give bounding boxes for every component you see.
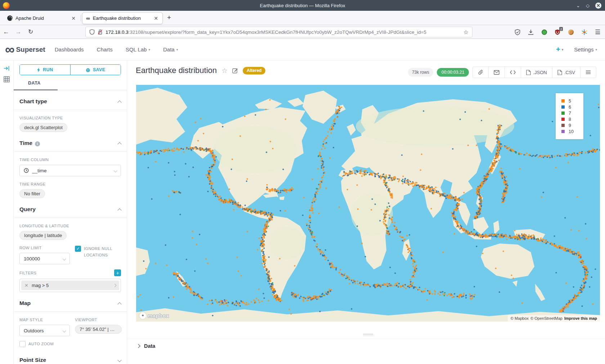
downloads-icon[interactable] (528, 29, 534, 35)
snowflake-extension-icon[interactable] (581, 29, 587, 35)
back-icon[interactable]: ← (0, 28, 12, 36)
legend-item[interactable]: 10 (561, 128, 581, 135)
legend-item[interactable]: 5 (561, 98, 581, 104)
filter-chip[interactable]: ✕ mag > 5 (21, 281, 119, 290)
mapbox-logo[interactable]: ✦ mapbox (139, 312, 169, 319)
time-range-label: TIME RANGE (19, 182, 121, 186)
menu-icon[interactable]: ☰ (594, 29, 601, 35)
legend-item[interactable]: 8 (561, 116, 581, 122)
resize-handle[interactable] (363, 334, 373, 337)
forward-icon[interactable]: → (12, 28, 24, 36)
legend-item[interactable]: 9 (561, 122, 581, 128)
embed-code-button[interactable] (505, 67, 521, 78)
cookie-extension-icon[interactable] (568, 29, 574, 35)
improve-map-link[interactable]: Improve this map (564, 316, 597, 320)
new-item-button[interactable]: +▾ (556, 45, 563, 54)
more-options-button[interactable] (580, 67, 596, 78)
ublock-icon[interactable]: 2 (554, 29, 561, 35)
green-extension-icon[interactable] (541, 29, 547, 35)
nav-item-charts[interactable]: Charts (97, 46, 113, 53)
section-point-size[interactable]: Point Size (19, 357, 121, 363)
chevron-down-icon (114, 169, 117, 172)
lonlat-value[interactable]: longitude | latitude (19, 231, 67, 240)
url-path: :32108/superset/explore/?form_data_key=1… (129, 29, 426, 35)
collapse-panel-icon[interactable] (4, 65, 10, 71)
new-tab-button[interactable]: + (167, 14, 171, 22)
filters-box: ✕ mag > 5 (19, 279, 121, 292)
maximize-icon[interactable]: ◇ (586, 3, 590, 8)
firefox-logo-icon (3, 2, 10, 9)
insecure-lock-icon[interactable] (98, 29, 103, 35)
attribution-osm[interactable]: © OpenStreetMap (530, 316, 563, 320)
reload-icon[interactable]: ↻ (24, 28, 37, 36)
earthquake-dots-layer (136, 85, 600, 322)
export-toolbar: .JSON x .CSV (472, 67, 596, 78)
save-button[interactable]: ⊕ SAVE (70, 65, 121, 75)
viz-type-value[interactable]: deck.gl Scatterplot (19, 123, 67, 132)
favorite-star-icon[interactable]: ☆ (221, 67, 228, 75)
time-range-value[interactable]: No filter (19, 189, 45, 198)
settings-menu[interactable]: Settings▾ (574, 46, 597, 53)
nav-item-data[interactable]: Data▾ (163, 46, 178, 53)
export-csv-button[interactable]: x .CSV (552, 67, 580, 78)
tab-close-icon[interactable]: ✕ (153, 15, 159, 21)
superset-logo[interactable]: ∞ Superset (5, 44, 45, 55)
tab-close-icon[interactable]: ✕ (71, 15, 76, 21)
chevron-right-icon[interactable] (113, 284, 117, 287)
legend-swatch (561, 130, 565, 133)
section-chart-type[interactable]: Chart type (19, 98, 121, 105)
legend-swatch (561, 124, 565, 127)
attribution-mapbox[interactable]: © Mapbox (511, 316, 529, 320)
bookmark-star-icon[interactable]: ☆ (463, 29, 469, 36)
section-map[interactable]: Map (19, 300, 121, 306)
checkbox-checked-icon[interactable]: ✓ (75, 246, 81, 252)
protections-shield-icon[interactable] (514, 29, 521, 35)
email-button[interactable] (488, 67, 505, 78)
checkbox-unchecked-icon[interactable] (19, 341, 26, 347)
row-limit-select[interactable]: 100000 (19, 253, 70, 264)
time-column-value: __time (32, 168, 111, 173)
add-filter-button[interactable]: + (114, 269, 121, 276)
legend-label: 5 (569, 99, 571, 104)
export-json-button[interactable]: .JSON (521, 67, 552, 78)
nav-item-dashboards[interactable]: Dashboards (55, 46, 84, 53)
tab-earthquake-distribution[interactable]: ∞ Earthquake distribution ✕ (82, 12, 163, 24)
file-icon (526, 70, 531, 75)
nav-item-sql-lab[interactable]: SQL Lab▾ (126, 46, 150, 53)
legend-label: 6 (569, 105, 571, 110)
minimize-icon[interactable]: ⌄ (576, 3, 580, 8)
url-text[interactable]: 172.18.0.3:32108/superset/explore/?form_… (106, 29, 461, 35)
panel-tabs: DATA (14, 81, 127, 90)
section-query[interactable]: Query (19, 206, 121, 213)
deckgl-scatterplot-map[interactable]: 5678910 ✦ mapbox © Mapbox © OpenStreetMa… (136, 85, 600, 322)
ignore-null-checkbox-row[interactable]: ✓ IGNORE NULL LOCATIONS (75, 246, 121, 258)
chevron-up-icon (117, 100, 121, 104)
run-button[interactable]: RUN (20, 65, 70, 75)
file-icon: x (557, 70, 562, 75)
legend-item[interactable]: 6 (561, 104, 581, 110)
dataset-grid-icon[interactable] (4, 76, 10, 82)
time-column-select[interactable]: __time (19, 165, 121, 176)
tracking-shield-icon[interactable] (89, 29, 95, 35)
map-style-select[interactable]: Outdoors (19, 325, 70, 336)
auto-zoom-checkbox-row[interactable]: AUTO ZOOM (19, 341, 121, 347)
data-panel-toggle[interactable]: Data (137, 343, 155, 349)
url-bar[interactable]: 172.18.0.3:32108/superset/explore/?form_… (85, 27, 472, 37)
map-style-label: MAP STYLE (19, 318, 70, 322)
remove-filter-icon[interactable]: ✕ (24, 283, 28, 288)
copy-link-button[interactable] (473, 67, 488, 78)
section-time[interactable]: Timei (19, 140, 121, 146)
altered-badge[interactable]: Altered (243, 67, 265, 74)
viewport-value[interactable]: 7° 35' 54.02" | 31... (75, 325, 122, 334)
legend-swatch (561, 105, 565, 109)
tab-data[interactable]: DATA (28, 81, 41, 86)
edit-pencil-icon[interactable] (232, 68, 238, 73)
druid-favicon (7, 15, 13, 21)
control-panel: RUN ⊕ SAVE DATA Chart type VISUALIZATION… (14, 60, 127, 364)
left-icon-rail (0, 60, 14, 364)
superset-navbar: ∞ Superset DashboardsChartsSQL Lab▾Data▾… (0, 39, 605, 60)
info-icon: i (35, 141, 40, 146)
legend-item[interactable]: 7 (561, 110, 581, 116)
close-icon[interactable]: ✕ (595, 3, 601, 9)
tab-apache-druid[interactable]: Apache Druid ✕ (4, 12, 80, 24)
